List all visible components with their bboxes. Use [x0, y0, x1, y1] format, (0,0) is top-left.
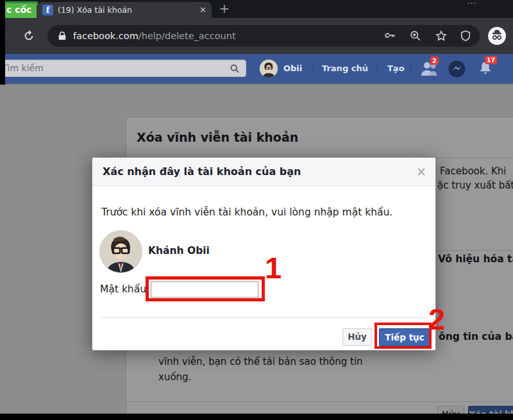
- header-avatar[interactable]: [260, 60, 278, 78]
- password-label: Mật khẩu:: [100, 283, 149, 295]
- dialog-header: Xác nhận đây là tài khoản của bạn ×: [92, 158, 435, 186]
- dialog-instruction: Trước khi xóa vĩnh viễn tài khoản, vui l…: [101, 206, 392, 218]
- nav-home[interactable]: Trang chủ: [322, 54, 368, 83]
- browser-toolbar: → facebook.com/help/delete_account: [0, 18, 513, 54]
- header-divider: [410, 63, 411, 74]
- annotation-step-1: 1: [265, 253, 282, 283]
- header-divider: [377, 63, 378, 74]
- url-text: facebook.com/help/delete_account: [73, 25, 236, 47]
- reload-icon[interactable]: [22, 29, 36, 43]
- coccoc-logo: c cốc: [5, 1, 38, 18]
- bookmark-star-icon[interactable]: [435, 29, 448, 42]
- video-frame-left-bar: [0, 0, 5, 85]
- new-tab-button[interactable]: +: [217, 0, 232, 18]
- notifications-badge: 17: [485, 56, 497, 64]
- annotation-step-2: 2: [428, 304, 445, 334]
- url-domain: facebook.com: [73, 31, 139, 41]
- annotation-box-continue: [374, 323, 432, 349]
- facebook-header: Tìm kiếm Obii Trang chủ Tạo 2 17: [0, 54, 513, 83]
- search-icon[interactable]: [230, 63, 240, 74]
- account-name: Khánh Obii: [148, 245, 210, 256]
- shield-adblock-icon[interactable]: [459, 29, 472, 42]
- incognito-profile-button[interactable]: [488, 27, 506, 45]
- lock-icon: [57, 31, 67, 41]
- nav-create[interactable]: Tạo: [387, 54, 405, 83]
- coccoc-logo-text: c cốc: [6, 4, 31, 15]
- window-menu-dots-icon[interactable]: ⋯: [467, 0, 477, 9]
- search-input[interactable]: Tìm kiếm: [0, 60, 246, 77]
- close-icon[interactable]: ×: [416, 158, 426, 186]
- annotation-box-password: [146, 276, 265, 301]
- account-avatar: [99, 230, 142, 273]
- cancel-button[interactable]: Hủy: [342, 328, 372, 346]
- facebook-favicon-icon: f: [42, 4, 53, 15]
- address-bar[interactable]: facebook.com/help/delete_account: [47, 25, 480, 47]
- url-path: /help/delete_account: [139, 31, 236, 41]
- friend-requests-icon[interactable]: 2: [419, 60, 439, 77]
- notifications-bell-icon[interactable]: 17: [477, 60, 494, 77]
- messenger-icon[interactable]: [448, 60, 466, 78]
- password-key-icon[interactable]: [383, 29, 396, 42]
- screenshot-root: c cốc f (19) Xóa tài khoản ✕ + ⋯ → faceb…: [0, 0, 513, 420]
- search-placeholder: Tìm kiếm: [2, 60, 44, 76]
- tab-close-icon[interactable]: ✕: [199, 2, 206, 18]
- browser-tab[interactable]: f (19) Xóa tài khoản ✕: [37, 2, 212, 18]
- zoom-in-icon[interactable]: [409, 29, 422, 42]
- dialog-divider: [101, 317, 428, 318]
- dialog-title: Xác nhận đây là tài khoản của bạn: [103, 158, 301, 186]
- header-divider: [313, 63, 314, 74]
- header-username[interactable]: Obii: [283, 54, 302, 83]
- browser-tab-strip: c cốc f (19) Xóa tài khoản ✕ + ⋯: [0, 0, 513, 18]
- video-frame-bottom-bar: [0, 414, 513, 420]
- confirm-account-dialog: Xác nhận đây là tài khoản của bạn × Trướ…: [92, 157, 436, 351]
- tab-title: (19) Xóa tài khoản: [58, 2, 205, 18]
- friends-badge: 2: [430, 56, 439, 65]
